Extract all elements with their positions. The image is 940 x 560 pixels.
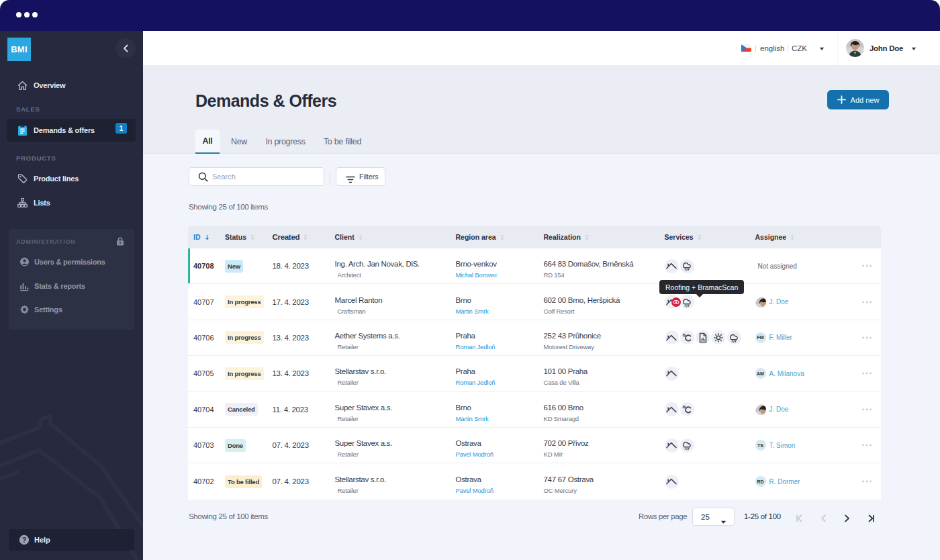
svg-text:?: ? <box>22 536 26 544</box>
